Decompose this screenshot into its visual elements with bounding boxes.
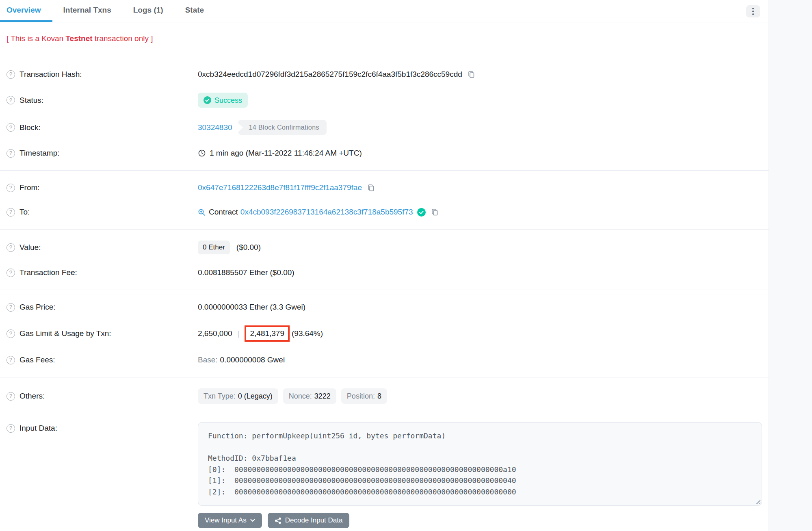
verified-check-icon (417, 208, 426, 217)
gas-limit-label: Gas Limit & Usage by Txn: (19, 327, 111, 340)
help-icon[interactable]: ? (6, 70, 15, 79)
gas-price-label: Gas Price: (19, 301, 56, 313)
position-key: Position: (347, 390, 375, 402)
row-transaction-hash: ? Transaction Hash: 0xcb324eedcd1d07296f… (0, 62, 769, 87)
txn-type-key: Txn Type: (204, 390, 236, 402)
help-icon[interactable]: ? (6, 208, 15, 217)
timestamp-value: 1 min ago (Mar-11-2022 11:46:24 AM +UTC) (210, 147, 362, 159)
row-from: ? From: 0x647e7168122263d8e7f81f17fff9c2… (0, 176, 769, 200)
testnet-notice: [ This is a Kovan Testnet transaction on… (0, 22, 769, 57)
transaction-hash-value: 0xcb324eedcd1d07296fdf3d215a2865275f159c… (198, 68, 462, 80)
zoom-in-icon[interactable] (198, 208, 206, 216)
kebab-icon (752, 8, 754, 9)
help-icon[interactable]: ? (6, 149, 15, 158)
gas-price-value: 0.0000000033 Ether (3.3 Gwei) (198, 301, 305, 313)
ether-value-badge: 0 Ether (198, 241, 230, 254)
value-label: Value: (19, 241, 41, 254)
row-others: ? Others: Txn Type: 0 (Legacy) Nonce: 32… (0, 382, 769, 410)
row-gas-limit-usage: ? Gas Limit & Usage by Txn: 2,650,000 | … (0, 319, 769, 348)
help-icon[interactable]: ? (6, 303, 15, 312)
copy-icon[interactable] (367, 184, 375, 192)
help-icon[interactable]: ? (6, 96, 15, 104)
base-fee-value: 0.000000008 Gwei (220, 354, 285, 366)
help-icon[interactable]: ? (6, 356, 15, 364)
decode-input-data-label: Decode Input Data (285, 516, 343, 524)
to-address-link[interactable]: 0x4cb093f226983713164a62138c3f718a5b595f… (240, 206, 413, 218)
others-label: Others: (19, 390, 45, 402)
from-label: From: (19, 182, 40, 194)
position-badge: Position: 8 (341, 388, 387, 404)
notice-text-suffix: transaction only ] (93, 34, 153, 43)
position-value: 8 (377, 390, 381, 402)
group-value: ? Value: 0 Ether ($0.00) ? Transaction F… (0, 230, 769, 290)
more-options-button[interactable] (746, 5, 760, 17)
copy-icon[interactable] (431, 208, 439, 216)
row-gas-fees: ? Gas Fees: Base: 0.000000008 Gwei (0, 348, 769, 372)
help-icon[interactable]: ? (6, 123, 15, 132)
tab-bar: Overview Internal Txns Logs (1) State (0, 0, 769, 22)
gas-used-percent: (93.64%) (292, 327, 323, 340)
tab-state[interactable]: State (174, 0, 215, 22)
decode-input-data-button[interactable]: Decode Input Data (268, 513, 350, 528)
status-text: Success (214, 94, 242, 106)
help-icon[interactable]: ? (6, 392, 15, 401)
from-address-link[interactable]: 0x647e7168122263d8e7f81f17fff9c2f1aa379f… (198, 182, 362, 194)
help-icon[interactable]: ? (6, 243, 15, 252)
nonce-badge: Nonce: 3222 (283, 388, 336, 404)
group-summary: ? Transaction Hash: 0xcb324eedcd1d07296f… (0, 57, 769, 171)
row-value: ? Value: 0 Ether ($0.00) (0, 234, 769, 260)
help-icon[interactable]: ? (6, 269, 15, 277)
nonce-key: Nonce: (289, 390, 312, 402)
nonce-value: 3222 (314, 390, 331, 402)
view-input-as-button[interactable]: View Input As (198, 513, 262, 528)
group-addresses: ? From: 0x647e7168122263d8e7f81f17fff9c2… (0, 171, 769, 230)
tab-internal-txns[interactable]: Internal Txns (52, 0, 122, 22)
tab-overview[interactable]: Overview (0, 0, 52, 22)
chevron-down-icon (250, 519, 255, 522)
gas-limit-value: 2,650,000 (198, 327, 232, 340)
row-status: ? Status: Success (0, 87, 769, 114)
usd-value: ($0.00) (236, 241, 261, 254)
notice-bold: Testnet (65, 34, 92, 43)
view-input-as-label: View Input As (205, 516, 247, 524)
block-confirmations-badge: 14 Block Confirmations (238, 120, 327, 135)
input-data-label: Input Data: (19, 422, 57, 434)
transaction-fee-value: 0.0081885507 Ether ($0.00) (198, 267, 294, 279)
txn-type-badge: Txn Type: 0 (Legacy) (198, 388, 278, 404)
help-icon[interactable]: ? (6, 184, 15, 192)
row-timestamp: ? Timestamp: 1 min ago (Mar-11-2022 11:4… (0, 141, 769, 165)
group-gas: ? Gas Price: 0.0000000033 Ether (3.3 Gwe… (0, 290, 769, 377)
check-circle-icon (204, 96, 211, 104)
base-fee-label: Base: (198, 354, 218, 366)
group-others: ? Others: Txn Type: 0 (Legacy) Nonce: 32… (0, 377, 769, 531)
separator: | (238, 327, 240, 340)
notice-text: [ This is a Kovan (6, 34, 65, 43)
gas-fees-label: Gas Fees: (19, 354, 55, 366)
row-block: ? Block: 30324830 14 Block Confirmations (0, 114, 769, 141)
help-icon[interactable]: ? (6, 424, 15, 433)
status-badge: Success (198, 93, 248, 108)
copy-icon[interactable] (467, 70, 475, 78)
to-label: To: (19, 206, 30, 218)
block-label: Block: (19, 121, 41, 134)
input-data-textarea[interactable]: Function: performUpkeep(uint256 id, byte… (198, 422, 762, 506)
row-input-data: ? Input Data: Function: performUpkeep(ui… (0, 410, 769, 506)
clock-icon (198, 149, 206, 157)
gas-used-value: 2,481,379 (250, 327, 284, 340)
tab-logs[interactable]: Logs (1) (122, 0, 174, 22)
decode-icon (275, 517, 281, 524)
row-gas-price: ? Gas Price: 0.0000000033 Ether (3.3 Gwe… (0, 295, 769, 319)
transaction-detail-card: Overview Internal Txns Logs (1) State [ … (0, 0, 769, 531)
block-number-link[interactable]: 30324830 (198, 121, 232, 134)
contract-word: Contract (209, 206, 238, 218)
help-icon[interactable]: ? (6, 329, 15, 338)
transaction-hash-label: Transaction Hash: (19, 68, 82, 80)
timestamp-label: Timestamp: (19, 147, 60, 159)
row-transaction-fee: ? Transaction Fee: 0.0081885507 Ether ($… (0, 260, 769, 285)
row-input-buttons: View Input As Decode Input Data (0, 506, 769, 528)
row-to: ? To: Contract 0x4cb093f226983713164a621… (0, 200, 769, 224)
gas-used-annotation-box: 2,481,379 (245, 325, 290, 342)
transaction-fee-label: Transaction Fee: (19, 267, 77, 279)
status-label: Status: (19, 94, 43, 106)
txn-type-value: 0 (Legacy) (238, 390, 273, 402)
